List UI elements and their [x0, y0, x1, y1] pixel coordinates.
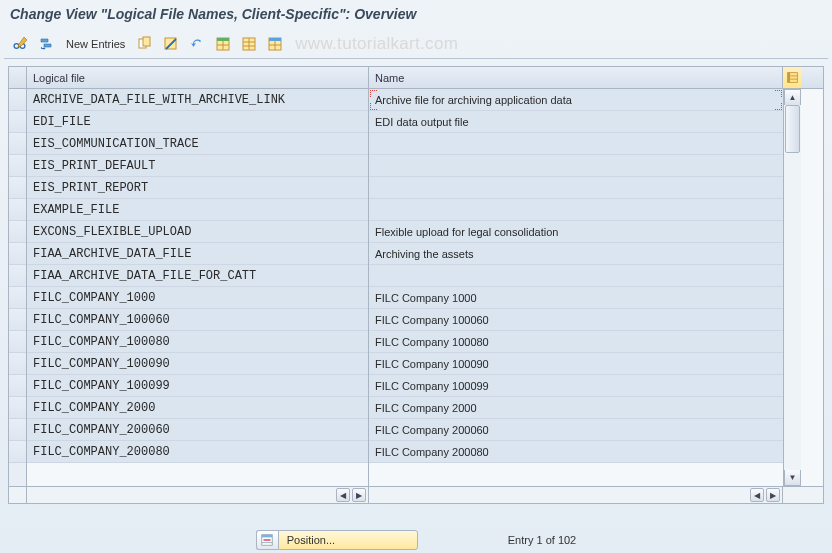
col-header-logical-file[interactable]: Logical file — [27, 67, 369, 88]
logical-file-cell[interactable]: FILC_COMPANY_1000 — [27, 287, 368, 309]
row-selector[interactable] — [9, 353, 26, 375]
footer-area: Position... Entry 1 of 102 — [0, 504, 832, 550]
logical-file-cell[interactable]: EIS_PRINT_DEFAULT — [27, 155, 368, 177]
svg-rect-5 — [143, 37, 150, 46]
row-selector[interactable] — [9, 155, 26, 177]
row-selector[interactable] — [9, 331, 26, 353]
toolbar: New Entries — [0, 30, 832, 58]
name-cell[interactable]: EDI data output file — [369, 111, 783, 133]
row-selector[interactable] — [9, 309, 26, 331]
row-selector[interactable] — [9, 287, 26, 309]
toggle-display-change-button[interactable] — [8, 33, 32, 55]
name-cell[interactable]: Archive file for archiving application d… — [369, 89, 783, 111]
svg-rect-9 — [217, 38, 229, 41]
row-selector[interactable] — [9, 441, 26, 463]
table-blue-icon — [267, 36, 283, 52]
table-settings-button[interactable] — [263, 33, 287, 55]
toolbar-divider — [4, 58, 828, 59]
logical-file-cell[interactable]: FILC_COMPANY_100060 — [27, 309, 368, 331]
hscroll-right-logical[interactable]: ▶ — [352, 488, 366, 502]
scroll-up-button[interactable]: ▲ — [784, 89, 801, 105]
row-selector-header[interactable] — [9, 67, 27, 88]
position-icon — [260, 533, 274, 547]
data-grid: Logical file Name ARCHIVE_DATA_FILE_WITH… — [8, 66, 824, 504]
entry-counter: Entry 1 of 102 — [508, 534, 577, 546]
new-entries-button[interactable]: New Entries — [60, 33, 131, 55]
delete-button[interactable] — [159, 33, 183, 55]
svg-rect-25 — [262, 535, 273, 538]
select-all-button[interactable] — [211, 33, 235, 55]
row-selector[interactable] — [9, 397, 26, 419]
name-cell[interactable] — [369, 133, 783, 155]
svg-rect-17 — [269, 38, 281, 41]
col-header-name[interactable]: Name — [369, 67, 783, 88]
position-icon-cell[interactable] — [256, 530, 278, 550]
hscroll-left-name[interactable]: ◀ — [750, 488, 764, 502]
name-cell[interactable]: FILC Company 100080 — [369, 331, 783, 353]
row-selector[interactable] — [9, 199, 26, 221]
table-config-icon — [786, 71, 799, 84]
delete-row-icon — [163, 36, 179, 52]
row-selector[interactable] — [9, 177, 26, 199]
name-cell[interactable]: FILC Company 2000 — [369, 397, 783, 419]
row-selector[interactable] — [9, 265, 26, 287]
name-cell[interactable] — [369, 155, 783, 177]
row-selector[interactable] — [9, 419, 26, 441]
name-cell[interactable]: FILC Company 1000 — [369, 287, 783, 309]
table-plain-icon — [241, 36, 257, 52]
name-cell[interactable] — [369, 199, 783, 221]
vertical-scrollbar: ▲ ▼ — [783, 89, 801, 486]
logical-file-cell[interactable]: FIAA_ARCHIVE_DATA_FILE_FOR_CATT — [27, 265, 368, 287]
name-cell[interactable]: Archiving the assets — [369, 243, 783, 265]
logical-file-cell[interactable]: EXCONS_FLEXIBLE_UPLOAD — [27, 221, 368, 243]
logical-file-cell[interactable]: FILC_COMPANY_200060 — [27, 419, 368, 441]
undo-icon — [189, 36, 205, 52]
page-title: Change View "Logical File Names, Client-… — [0, 0, 832, 30]
name-cell[interactable]: FILC Company 200080 — [369, 441, 783, 463]
scroll-thumb[interactable] — [785, 105, 800, 153]
hscroll-rowsel — [9, 487, 27, 503]
hscroll-right-name[interactable]: ▶ — [766, 488, 780, 502]
logical-file-cell[interactable]: ARCHIVE_DATA_FILE_WITH_ARCHIVE_LINK — [27, 89, 368, 111]
name-cell[interactable]: Flexible upload for legal consolidation — [369, 221, 783, 243]
hscroll-logical: ◀ ▶ — [27, 487, 369, 503]
table-green-icon — [215, 36, 231, 52]
logical-file-cell[interactable]: FILC_COMPANY_100099 — [27, 375, 368, 397]
find-replace-icon — [38, 36, 54, 52]
grid-header: Logical file Name — [9, 67, 823, 89]
hscroll-left-logical[interactable]: ◀ — [336, 488, 350, 502]
find-button[interactable] — [34, 33, 58, 55]
logical-file-cell[interactable]: EXAMPLE_FILE — [27, 199, 368, 221]
copy-as-button[interactable] — [133, 33, 157, 55]
name-cell[interactable] — [369, 177, 783, 199]
name-cell[interactable]: FILC Company 100090 — [369, 353, 783, 375]
logical-file-cell[interactable]: FILC_COMPANY_100090 — [27, 353, 368, 375]
row-selector[interactable] — [9, 89, 26, 111]
undo-button[interactable] — [185, 33, 209, 55]
svg-rect-26 — [264, 539, 271, 541]
row-selector[interactable] — [9, 111, 26, 133]
row-selector[interactable] — [9, 243, 26, 265]
logical-file-cell[interactable]: EDI_FILE — [27, 111, 368, 133]
logical-file-cell[interactable]: FILC_COMPANY_100080 — [27, 331, 368, 353]
logical-file-cell[interactable]: EIS_PRINT_REPORT — [27, 177, 368, 199]
scroll-down-button[interactable]: ▼ — [784, 470, 801, 486]
hscroll-corner — [783, 487, 801, 503]
deselect-all-button[interactable] — [237, 33, 261, 55]
copy-docs-icon — [137, 36, 153, 52]
name-cell[interactable]: FILC Company 100060 — [369, 309, 783, 331]
position-button[interactable]: Position... — [278, 530, 418, 550]
table-config-button[interactable] — [783, 67, 801, 88]
row-selector[interactable] — [9, 133, 26, 155]
logical-file-cell[interactable]: FIAA_ARCHIVE_DATA_FILE — [27, 243, 368, 265]
name-cell[interactable]: FILC Company 100099 — [369, 375, 783, 397]
name-cell[interactable]: FILC Company 200060 — [369, 419, 783, 441]
logical-file-cell[interactable]: FILC_COMPANY_200080 — [27, 441, 368, 463]
logical-file-cell[interactable]: FILC_COMPANY_2000 — [27, 397, 368, 419]
name-cell[interactable] — [369, 265, 783, 287]
glasses-pencil-icon — [12, 36, 28, 52]
logical-file-cell[interactable]: EIS_COMMUNICATION_TRACE — [27, 133, 368, 155]
grid-body: ARCHIVE_DATA_FILE_WITH_ARCHIVE_LINKEDI_F… — [9, 89, 823, 486]
row-selector[interactable] — [9, 375, 26, 397]
row-selector[interactable] — [9, 221, 26, 243]
